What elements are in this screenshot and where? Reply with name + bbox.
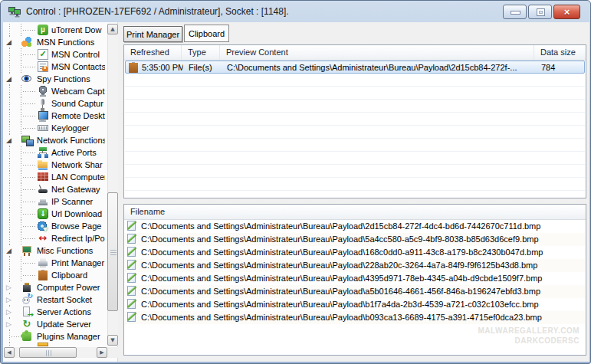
- scroll-down-button[interactable]: ▼: [107, 335, 118, 346]
- keylogger-icon: [38, 125, 48, 131]
- scrollbar-corner: [107, 347, 118, 358]
- expander-icon[interactable]: [4, 319, 14, 329]
- tree-item-misc-functions[interactable]: Misc Functions: [3, 244, 105, 257]
- tree-item-plugins-manager[interactable]: Plugins Manager: [3, 330, 105, 343]
- tree-item-computer-power[interactable]: Computer Power: [3, 281, 105, 293]
- filename-list-panel: Filename C:\Documents and Settings\Admin…: [123, 204, 586, 356]
- tree-item-partial: [3, 343, 105, 346]
- bmp-file-icon: [127, 273, 136, 283]
- expander-icon[interactable]: [4, 307, 14, 316]
- filename-row[interactable]: C:\Documents and Settings\Administrateur…: [125, 220, 585, 233]
- tree-item-lan-computers[interactable]: LAN Computer: [3, 171, 105, 183]
- close-button[interactable]: ×: [553, 5, 580, 19]
- tree-item-msn-contacts[interactable]: MSN Contacts: [3, 61, 105, 73]
- tree-item-remote-desktop[interactable]: Remote Deskt: [3, 110, 105, 122]
- tree-item-sound-capture[interactable]: Sound Captur: [3, 97, 105, 110]
- horizontal-scroll-thumb[interactable]: [19, 347, 77, 358]
- column-header-type[interactable]: Type: [182, 45, 220, 60]
- tree-horizontal-scrollbar[interactable]: ◀ ▶: [4, 347, 107, 358]
- column-header-filename[interactable]: Filename: [124, 205, 586, 219]
- tree-item-spy-functions[interactable]: Spy Functions: [3, 73, 105, 85]
- spy-functions-icon: [21, 75, 31, 82]
- maximize-button[interactable]: [528, 5, 552, 19]
- scroll-right-button[interactable]: ▶: [97, 347, 107, 358]
- titlebar[interactable]: Control : [PHROZEN-17EF692 / Administrat…: [1, 1, 590, 22]
- clipboard-item-icon: [128, 62, 139, 73]
- ip-scanner-icon: [38, 196, 48, 207]
- window-content: uTorrent Dow MSN Functions MSN Control M…: [3, 22, 589, 362]
- tree-item-restart-socket[interactable]: Restart Socket: [3, 293, 105, 306]
- column-header-refreshed[interactable]: Refreshed: [124, 45, 182, 60]
- expander-icon[interactable]: [4, 74, 14, 84]
- tree-item-clipboard[interactable]: Clipboard: [3, 269, 105, 281]
- update-server-icon: [21, 319, 32, 330]
- expander-icon[interactable]: [4, 282, 14, 292]
- vertical-scroll-thumb[interactable]: [107, 192, 118, 311]
- data-size-cell: 784: [541, 62, 586, 73]
- restart-socket-icon: [21, 294, 32, 305]
- app-icon: [8, 6, 21, 18]
- bmp-file-icon: [127, 247, 136, 257]
- filename-row[interactable]: C:\Documents and Settings\Administrateur…: [125, 233, 585, 246]
- msn-contacts-icon: [38, 61, 48, 72]
- print-manager-icon: [38, 257, 48, 268]
- bmp-file-icon: [127, 260, 136, 270]
- scroll-left-button[interactable]: ◀: [4, 347, 15, 358]
- tree-item-net-gateway[interactable]: Net Gateway: [3, 183, 105, 195]
- msn-functions-icon: [21, 37, 32, 48]
- tab-print-manager[interactable]: Print Manager: [123, 26, 182, 42]
- expander-icon[interactable]: [4, 37, 14, 47]
- filename-list-header: Filename: [124, 205, 586, 220]
- tree-item-utorrent-download[interactable]: uTorrent Dow: [3, 24, 105, 36]
- filename-row[interactable]: C:\Documents and Settings\Administrateur…: [125, 311, 585, 324]
- remote-desktop-icon: [38, 110, 48, 121]
- tree-item-network-share[interactable]: Network Shar: [3, 159, 105, 171]
- column-header-data-size[interactable]: Data size: [534, 45, 586, 60]
- column-header-preview-content[interactable]: Preview Content: [220, 45, 534, 60]
- partial-icon: [38, 343, 48, 346]
- sound-capture-icon: [38, 98, 48, 109]
- msn-control-icon: [38, 49, 48, 60]
- expander-icon[interactable]: [4, 135, 14, 145]
- filename-row[interactable]: C:\Documents and Settings\Administrateur…: [125, 272, 585, 285]
- tree-item-server-actions[interactable]: Server Actions: [3, 306, 105, 318]
- lan-computers-icon: [38, 172, 48, 181]
- tree-item-ip-scanner[interactable]: IP Scanner: [3, 195, 105, 208]
- filename-row[interactable]: C:\Documents and Settings\Administrateur…: [125, 259, 585, 272]
- tree-item-keylogger[interactable]: Keylogger: [3, 122, 105, 134]
- expander-icon[interactable]: [4, 294, 14, 304]
- misc-functions-icon: [21, 245, 32, 256]
- preview-content-cell: C:\Documents and Settings\Administrateur…: [227, 62, 534, 73]
- tree-item-network-functions[interactable]: Network Functions: [3, 134, 105, 146]
- thumb-grip-icon: [110, 250, 117, 255]
- filename-row[interactable]: C:\Documents and Settings\Administrateur…: [125, 298, 585, 311]
- list-gridlines: [125, 74, 585, 197]
- tree-item-msn-control[interactable]: MSN Control: [3, 48, 105, 61]
- tree-item-msn-functions[interactable]: MSN Functions: [3, 36, 105, 48]
- minimize-button[interactable]: [503, 5, 527, 19]
- bmp-file-icon: [127, 234, 136, 244]
- computer-power-icon: [21, 282, 32, 293]
- tree-item-browse-page[interactable]: Browse Page: [3, 220, 105, 232]
- tab-clipboard[interactable]: Clipboard: [184, 25, 229, 42]
- network-share-icon: [38, 159, 48, 170]
- tree-item-redirect-ip-port[interactable]: Redirect Ip/Po: [3, 232, 105, 244]
- bmp-file-icon: [127, 312, 136, 322]
- tree-item-print-manager[interactable]: Print Manager: [3, 257, 105, 269]
- type-cell: File(s): [189, 62, 221, 73]
- scroll-up-button[interactable]: ▲: [107, 24, 118, 34]
- tree-item-update-server[interactable]: Update Server: [3, 318, 105, 330]
- tree-item-url-download[interactable]: Url Download: [3, 208, 105, 220]
- clipboard-list-panel: Refreshed Type Preview Content Data size…: [123, 44, 586, 198]
- filename-row[interactable]: C:\Documents and Settings\Administrateur…: [125, 285, 585, 298]
- filename-row[interactable]: C:\Documents and Settings\Administrateur…: [125, 246, 585, 259]
- expander-icon[interactable]: [4, 245, 14, 255]
- refreshed-cell: 5:35:00 PM: [142, 62, 183, 73]
- tree-item-webcam-capture[interactable]: Webcam Capt: [3, 85, 105, 97]
- maximize-icon: [537, 9, 544, 15]
- bmp-file-icon: [127, 299, 136, 309]
- tree-item-active-ports[interactable]: Active Ports: [3, 146, 105, 159]
- clipboard-row-selected[interactable]: 5:35:00 PM File(s) C:\Documents and Sett…: [125, 61, 585, 74]
- clipboard-icon: [38, 270, 48, 280]
- tree-vertical-scrollbar[interactable]: ▲ ▼: [107, 24, 118, 346]
